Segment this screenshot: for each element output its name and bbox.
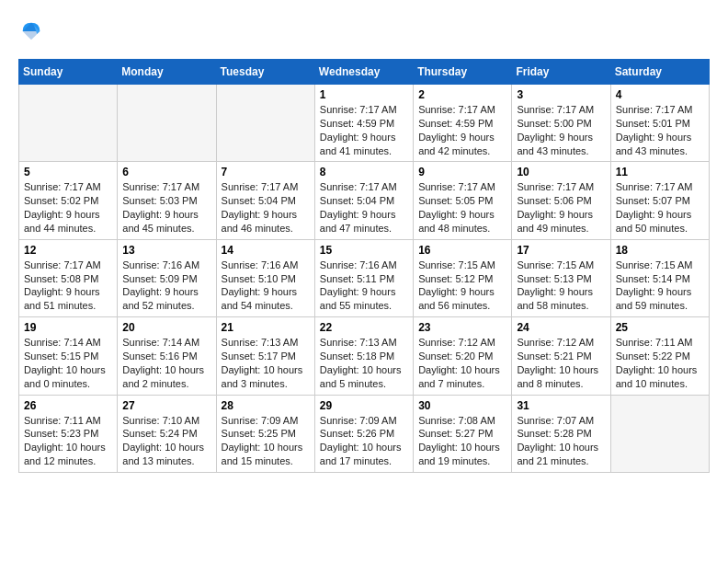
day-number: 16 — [418, 244, 506, 257]
calendar-cell — [610, 395, 709, 472]
calendar-cell — [19, 85, 118, 162]
day-info: Sunrise: 7:08 AM Sunset: 5:27 PM Dayligh… — [418, 414, 506, 468]
calendar-cell: 30Sunrise: 7:08 AM Sunset: 5:27 PM Dayli… — [414, 395, 512, 472]
day-number: 27 — [122, 399, 210, 412]
day-number: 30 — [418, 399, 506, 412]
day-info: Sunrise: 7:09 AM Sunset: 5:26 PM Dayligh… — [320, 414, 408, 468]
logo — [18, 18, 48, 44]
day-info: Sunrise: 7:17 AM Sunset: 4:59 PM Dayligh… — [320, 103, 408, 157]
day-info: Sunrise: 7:15 AM Sunset: 5:14 PM Dayligh… — [616, 259, 704, 313]
day-info: Sunrise: 7:17 AM Sunset: 5:04 PM Dayligh… — [320, 180, 408, 235]
day-number: 8 — [320, 166, 408, 178]
day-info: Sunrise: 7:17 AM Sunset: 5:02 PM Dayligh… — [24, 180, 112, 235]
day-info: Sunrise: 7:16 AM Sunset: 5:10 PM Dayligh… — [222, 259, 310, 313]
calendar-cell: 26Sunrise: 7:11 AM Sunset: 5:23 PM Dayli… — [19, 395, 118, 472]
day-number: 20 — [122, 321, 210, 334]
day-number: 11 — [616, 166, 704, 178]
day-info: Sunrise: 7:10 AM Sunset: 5:24 PM Dayligh… — [122, 414, 210, 468]
day-number: 14 — [222, 244, 310, 257]
calendar-cell: 8Sunrise: 7:17 AM Sunset: 5:04 PM Daylig… — [314, 162, 413, 239]
day-info: Sunrise: 7:09 AM Sunset: 5:25 PM Dayligh… — [222, 414, 310, 468]
calendar-cell: 9Sunrise: 7:17 AM Sunset: 5:05 PM Daylig… — [414, 162, 512, 239]
day-info: Sunrise: 7:15 AM Sunset: 5:12 PM Dayligh… — [418, 259, 506, 313]
day-info: Sunrise: 7:17 AM Sunset: 5:05 PM Dayligh… — [418, 180, 506, 235]
day-info: Sunrise: 7:14 AM Sunset: 5:15 PM Dayligh… — [24, 336, 112, 390]
calendar-cell: 21Sunrise: 7:13 AM Sunset: 5:17 PM Dayli… — [216, 317, 314, 395]
calendar-cell: 25Sunrise: 7:11 AM Sunset: 5:22 PM Dayli… — [610, 317, 709, 395]
calendar-cell: 28Sunrise: 7:09 AM Sunset: 5:25 PM Dayli… — [216, 395, 314, 472]
day-info: Sunrise: 7:13 AM Sunset: 5:18 PM Dayligh… — [320, 336, 408, 390]
day-info: Sunrise: 7:17 AM Sunset: 5:03 PM Dayligh… — [122, 180, 210, 235]
day-number: 13 — [122, 244, 210, 257]
calendar-cell: 6Sunrise: 7:17 AM Sunset: 5:03 PM Daylig… — [118, 162, 216, 239]
calendar-cell: 13Sunrise: 7:16 AM Sunset: 5:09 PM Dayli… — [118, 239, 216, 316]
day-number: 29 — [320, 399, 408, 412]
day-number: 31 — [517, 399, 605, 412]
calendar-cell: 27Sunrise: 7:10 AM Sunset: 5:24 PM Dayli… — [118, 395, 216, 472]
calendar-cell: 22Sunrise: 7:13 AM Sunset: 5:18 PM Dayli… — [314, 317, 413, 395]
calendar-week-row: 1Sunrise: 7:17 AM Sunset: 4:59 PM Daylig… — [19, 85, 710, 162]
calendar-cell: 20Sunrise: 7:14 AM Sunset: 5:16 PM Dayli… — [118, 317, 216, 395]
logo-icon — [18, 18, 44, 44]
day-info: Sunrise: 7:12 AM Sunset: 5:20 PM Dayligh… — [418, 336, 506, 390]
day-number: 9 — [418, 166, 506, 178]
day-number: 18 — [616, 244, 704, 257]
day-number: 19 — [24, 321, 112, 334]
day-info: Sunrise: 7:16 AM Sunset: 5:09 PM Dayligh… — [122, 259, 210, 313]
calendar-cell: 14Sunrise: 7:16 AM Sunset: 5:10 PM Dayli… — [216, 239, 314, 316]
day-number: 23 — [418, 321, 506, 334]
calendar-cell: 18Sunrise: 7:15 AM Sunset: 5:14 PM Dayli… — [610, 239, 709, 316]
day-info: Sunrise: 7:14 AM Sunset: 5:16 PM Dayligh… — [122, 336, 210, 390]
day-number: 25 — [616, 321, 704, 334]
calendar-cell: 29Sunrise: 7:09 AM Sunset: 5:26 PM Dayli… — [314, 395, 413, 472]
calendar-cell: 31Sunrise: 7:07 AM Sunset: 5:28 PM Dayli… — [512, 395, 610, 472]
calendar-cell: 10Sunrise: 7:17 AM Sunset: 5:06 PM Dayli… — [512, 162, 610, 239]
day-number: 10 — [517, 166, 605, 178]
day-number: 5 — [24, 166, 112, 178]
calendar-cell: 19Sunrise: 7:14 AM Sunset: 5:15 PM Dayli… — [19, 317, 118, 395]
calendar-cell: 24Sunrise: 7:12 AM Sunset: 5:21 PM Dayli… — [512, 317, 610, 395]
calendar-cell: 15Sunrise: 7:16 AM Sunset: 5:11 PM Dayli… — [314, 239, 413, 316]
calendar-table: SundayMondayTuesdayWednesdayThursdayFrid… — [18, 59, 710, 473]
day-info: Sunrise: 7:13 AM Sunset: 5:17 PM Dayligh… — [222, 336, 310, 390]
calendar-cell: 5Sunrise: 7:17 AM Sunset: 5:02 PM Daylig… — [19, 162, 118, 239]
calendar-cell: 4Sunrise: 7:17 AM Sunset: 5:01 PM Daylig… — [610, 85, 709, 162]
day-number: 26 — [24, 399, 112, 412]
weekday-label: Thursday — [414, 60, 512, 85]
calendar-week-row: 26Sunrise: 7:11 AM Sunset: 5:23 PM Dayli… — [19, 395, 710, 472]
calendar-cell: 2Sunrise: 7:17 AM Sunset: 4:59 PM Daylig… — [414, 85, 512, 162]
day-info: Sunrise: 7:17 AM Sunset: 5:06 PM Dayligh… — [517, 180, 605, 235]
day-info: Sunrise: 7:17 AM Sunset: 5:07 PM Dayligh… — [616, 180, 704, 235]
page-header — [18, 18, 710, 44]
day-number: 22 — [320, 321, 408, 334]
day-info: Sunrise: 7:11 AM Sunset: 5:22 PM Dayligh… — [616, 336, 704, 390]
calendar-week-row: 5Sunrise: 7:17 AM Sunset: 5:02 PM Daylig… — [19, 162, 710, 239]
weekday-label: Saturday — [610, 60, 709, 85]
day-info: Sunrise: 7:16 AM Sunset: 5:11 PM Dayligh… — [320, 259, 408, 313]
day-number: 3 — [517, 88, 605, 101]
calendar-cell: 23Sunrise: 7:12 AM Sunset: 5:20 PM Dayli… — [414, 317, 512, 395]
day-info: Sunrise: 7:15 AM Sunset: 5:13 PM Dayligh… — [517, 259, 605, 313]
day-number: 15 — [320, 244, 408, 257]
weekday-label: Wednesday — [314, 60, 413, 85]
calendar-week-row: 19Sunrise: 7:14 AM Sunset: 5:15 PM Dayli… — [19, 317, 710, 395]
calendar-cell — [118, 85, 216, 162]
calendar-body: 1Sunrise: 7:17 AM Sunset: 4:59 PM Daylig… — [19, 85, 710, 473]
weekday-label: Friday — [512, 60, 610, 85]
calendar-cell: 1Sunrise: 7:17 AM Sunset: 4:59 PM Daylig… — [314, 85, 413, 162]
day-number: 1 — [320, 88, 408, 101]
calendar-cell: 12Sunrise: 7:17 AM Sunset: 5:08 PM Dayli… — [19, 239, 118, 316]
day-number: 12 — [24, 244, 112, 257]
weekday-header-row: SundayMondayTuesdayWednesdayThursdayFrid… — [19, 60, 710, 85]
day-number: 17 — [517, 244, 605, 257]
day-info: Sunrise: 7:17 AM Sunset: 5:01 PM Dayligh… — [616, 103, 704, 157]
calendar-cell: 7Sunrise: 7:17 AM Sunset: 5:04 PM Daylig… — [216, 162, 314, 239]
calendar-cell: 11Sunrise: 7:17 AM Sunset: 5:07 PM Dayli… — [610, 162, 709, 239]
day-number: 2 — [418, 88, 506, 101]
day-info: Sunrise: 7:17 AM Sunset: 5:08 PM Dayligh… — [24, 259, 112, 313]
weekday-label: Tuesday — [216, 60, 314, 85]
day-info: Sunrise: 7:12 AM Sunset: 5:21 PM Dayligh… — [517, 336, 605, 390]
day-number: 4 — [616, 88, 704, 101]
day-info: Sunrise: 7:17 AM Sunset: 4:59 PM Dayligh… — [418, 103, 506, 157]
day-number: 6 — [122, 166, 210, 178]
